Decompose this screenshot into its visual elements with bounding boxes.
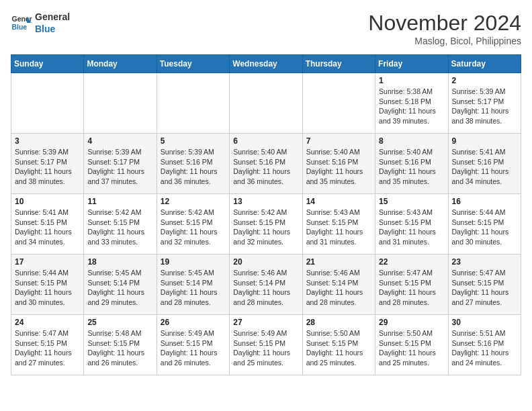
day-number: 22 bbox=[379, 257, 444, 267]
weekday-header-friday: Friday bbox=[375, 55, 448, 73]
day-number: 28 bbox=[306, 318, 371, 327]
location: Maslog, Bicol, Philippines bbox=[368, 36, 521, 46]
day-info: Sunrise: 5:47 AMSunset: 5:15 PMDaylight:… bbox=[379, 268, 444, 308]
day-info: Sunrise: 5:42 AMSunset: 5:15 PMDaylight:… bbox=[87, 208, 152, 247]
calendar-cell: 25Sunrise: 5:48 AMSunset: 5:15 PMDayligh… bbox=[84, 315, 157, 375]
day-info: Sunrise: 5:46 AMSunset: 5:14 PMDaylight:… bbox=[306, 268, 371, 308]
calendar-cell: 14Sunrise: 5:43 AMSunset: 5:15 PMDayligh… bbox=[302, 194, 375, 255]
day-number: 11 bbox=[87, 197, 152, 206]
day-number: 15 bbox=[379, 197, 444, 206]
day-number: 2 bbox=[452, 76, 517, 85]
calendar-cell: 1Sunrise: 5:38 AMSunset: 5:18 PMDaylight… bbox=[375, 73, 448, 134]
day-number: 10 bbox=[15, 197, 80, 206]
calendar-cell: 2Sunrise: 5:39 AMSunset: 5:17 PMDaylight… bbox=[448, 73, 521, 134]
day-number: 1 bbox=[379, 76, 444, 85]
calendar-cell: 4Sunrise: 5:39 AMSunset: 5:17 PMDaylight… bbox=[84, 134, 157, 194]
day-number: 18 bbox=[87, 257, 152, 267]
weekday-header-monday: Monday bbox=[84, 55, 157, 73]
day-number: 27 bbox=[233, 318, 298, 327]
day-info: Sunrise: 5:39 AMSunset: 5:17 PMDaylight:… bbox=[452, 87, 517, 126]
day-info: Sunrise: 5:50 AMSunset: 5:15 PMDaylight:… bbox=[306, 328, 371, 368]
day-info: Sunrise: 5:42 AMSunset: 5:15 PMDaylight:… bbox=[161, 208, 226, 247]
calendar-cell: 10Sunrise: 5:41 AMSunset: 5:15 PMDayligh… bbox=[11, 194, 84, 255]
weekday-header-saturday: Saturday bbox=[448, 55, 521, 73]
weekday-header-wednesday: Wednesday bbox=[230, 55, 302, 73]
day-number: 14 bbox=[306, 197, 371, 206]
calendar-cell: 8Sunrise: 5:40 AMSunset: 5:16 PMDaylight… bbox=[375, 134, 448, 194]
day-info: Sunrise: 5:44 AMSunset: 5:15 PMDaylight:… bbox=[15, 268, 80, 308]
calendar-cell: 24Sunrise: 5:47 AMSunset: 5:15 PMDayligh… bbox=[11, 315, 84, 375]
day-info: Sunrise: 5:46 AMSunset: 5:14 PMDaylight:… bbox=[233, 268, 298, 308]
day-info: Sunrise: 5:40 AMSunset: 5:16 PMDaylight:… bbox=[379, 147, 444, 187]
calendar-cell: 3Sunrise: 5:39 AMSunset: 5:17 PMDaylight… bbox=[11, 134, 84, 194]
calendar-table: SundayMondayTuesdayWednesdayThursdayFrid… bbox=[11, 54, 521, 375]
svg-text:Blue: Blue bbox=[12, 24, 28, 31]
calendar-cell bbox=[230, 73, 302, 134]
day-info: Sunrise: 5:49 AMSunset: 5:15 PMDaylight:… bbox=[233, 328, 298, 368]
logo-line1: General bbox=[35, 11, 70, 23]
day-number: 26 bbox=[161, 318, 226, 327]
day-number: 29 bbox=[379, 318, 444, 327]
day-info: Sunrise: 5:45 AMSunset: 5:14 PMDaylight:… bbox=[161, 268, 226, 308]
weekday-header-tuesday: Tuesday bbox=[157, 55, 229, 73]
day-info: Sunrise: 5:44 AMSunset: 5:15 PMDaylight:… bbox=[452, 208, 517, 247]
day-info: Sunrise: 5:45 AMSunset: 5:14 PMDaylight:… bbox=[87, 268, 152, 308]
day-info: Sunrise: 5:39 AMSunset: 5:17 PMDaylight:… bbox=[15, 147, 80, 187]
day-info: Sunrise: 5:39 AMSunset: 5:16 PMDaylight:… bbox=[161, 147, 226, 187]
day-number: 8 bbox=[379, 136, 444, 146]
day-number: 20 bbox=[233, 257, 298, 267]
day-info: Sunrise: 5:41 AMSunset: 5:15 PMDaylight:… bbox=[15, 208, 80, 247]
weekday-header-thursday: Thursday bbox=[302, 55, 375, 73]
day-number: 4 bbox=[87, 136, 152, 146]
calendar-cell bbox=[11, 73, 84, 134]
day-info: Sunrise: 5:42 AMSunset: 5:15 PMDaylight:… bbox=[233, 208, 298, 247]
day-number: 21 bbox=[306, 257, 371, 267]
day-number: 19 bbox=[161, 257, 226, 267]
logo-line2: Blue bbox=[35, 23, 70, 35]
calendar-cell: 29Sunrise: 5:50 AMSunset: 5:15 PMDayligh… bbox=[375, 315, 448, 375]
calendar-cell: 7Sunrise: 5:40 AMSunset: 5:16 PMDaylight… bbox=[302, 134, 375, 194]
calendar-cell: 16Sunrise: 5:44 AMSunset: 5:15 PMDayligh… bbox=[448, 194, 521, 255]
day-number: 6 bbox=[233, 136, 298, 146]
day-info: Sunrise: 5:41 AMSunset: 5:16 PMDaylight:… bbox=[452, 147, 517, 187]
day-number: 13 bbox=[233, 197, 298, 206]
calendar-cell bbox=[157, 73, 229, 134]
day-number: 17 bbox=[15, 257, 80, 267]
day-info: Sunrise: 5:43 AMSunset: 5:15 PMDaylight:… bbox=[306, 208, 371, 247]
calendar-cell: 12Sunrise: 5:42 AMSunset: 5:15 PMDayligh… bbox=[157, 194, 229, 255]
weekday-header-sunday: Sunday bbox=[11, 55, 84, 73]
day-number: 16 bbox=[452, 197, 517, 206]
calendar-cell: 30Sunrise: 5:51 AMSunset: 5:16 PMDayligh… bbox=[448, 315, 521, 375]
day-number: 23 bbox=[452, 257, 517, 267]
day-info: Sunrise: 5:38 AMSunset: 5:18 PMDaylight:… bbox=[379, 87, 444, 126]
day-number: 12 bbox=[161, 197, 226, 206]
title-section: November 2024 Maslog, Bicol, Philippines bbox=[368, 11, 521, 46]
calendar-cell bbox=[84, 73, 157, 134]
calendar-cell: 6Sunrise: 5:40 AMSunset: 5:16 PMDaylight… bbox=[230, 134, 302, 194]
calendar-cell: 21Sunrise: 5:46 AMSunset: 5:14 PMDayligh… bbox=[302, 255, 375, 315]
calendar-cell: 27Sunrise: 5:49 AMSunset: 5:15 PMDayligh… bbox=[230, 315, 302, 375]
calendar-cell: 11Sunrise: 5:42 AMSunset: 5:15 PMDayligh… bbox=[84, 194, 157, 255]
logo: General Blue General Blue bbox=[11, 11, 70, 35]
day-number: 5 bbox=[161, 136, 226, 146]
day-info: Sunrise: 5:49 AMSunset: 5:15 PMDaylight:… bbox=[161, 328, 226, 368]
day-info: Sunrise: 5:51 AMSunset: 5:16 PMDaylight:… bbox=[452, 328, 517, 368]
calendar-cell: 9Sunrise: 5:41 AMSunset: 5:16 PMDaylight… bbox=[448, 134, 521, 194]
day-info: Sunrise: 5:43 AMSunset: 5:15 PMDaylight:… bbox=[379, 208, 444, 247]
calendar-cell: 13Sunrise: 5:42 AMSunset: 5:15 PMDayligh… bbox=[230, 194, 302, 255]
day-number: 9 bbox=[452, 136, 517, 146]
day-number: 25 bbox=[87, 318, 152, 327]
calendar-cell: 26Sunrise: 5:49 AMSunset: 5:15 PMDayligh… bbox=[157, 315, 229, 375]
calendar-cell: 15Sunrise: 5:43 AMSunset: 5:15 PMDayligh… bbox=[375, 194, 448, 255]
calendar-cell: 28Sunrise: 5:50 AMSunset: 5:15 PMDayligh… bbox=[302, 315, 375, 375]
day-info: Sunrise: 5:47 AMSunset: 5:15 PMDaylight:… bbox=[15, 328, 80, 368]
day-number: 3 bbox=[15, 136, 80, 146]
calendar-cell: 19Sunrise: 5:45 AMSunset: 5:14 PMDayligh… bbox=[157, 255, 229, 315]
day-info: Sunrise: 5:47 AMSunset: 5:15 PMDaylight:… bbox=[452, 268, 517, 308]
page-header: General Blue General Blue November 2024 … bbox=[11, 11, 521, 46]
calendar-cell: 22Sunrise: 5:47 AMSunset: 5:15 PMDayligh… bbox=[375, 255, 448, 315]
day-info: Sunrise: 5:50 AMSunset: 5:15 PMDaylight:… bbox=[379, 328, 444, 368]
day-number: 24 bbox=[15, 318, 80, 327]
calendar-cell: 23Sunrise: 5:47 AMSunset: 5:15 PMDayligh… bbox=[448, 255, 521, 315]
day-info: Sunrise: 5:40 AMSunset: 5:16 PMDaylight:… bbox=[306, 147, 371, 187]
